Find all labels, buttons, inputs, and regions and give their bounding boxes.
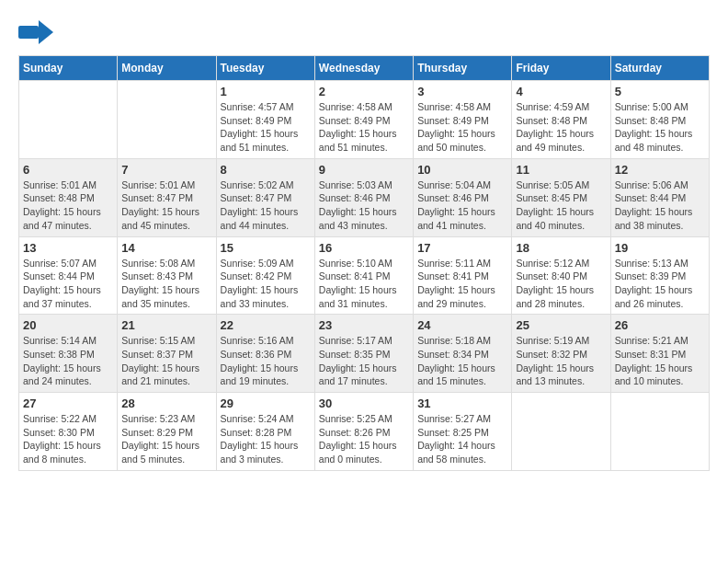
day-info: Sunrise: 5:03 AM Sunset: 8:46 PM Dayligh… [319, 178, 409, 233]
day-info: Sunrise: 5:04 AM Sunset: 8:46 PM Dayligh… [417, 178, 507, 233]
calendar-cell: 7Sunrise: 5:01 AM Sunset: 8:47 PM Daylig… [118, 158, 216, 236]
day-info: Sunrise: 5:25 AM Sunset: 8:26 PM Dayligh… [319, 412, 409, 466]
day-number: 30 [319, 396, 409, 410]
day-number: 2 [319, 85, 409, 98]
day-info: Sunrise: 5:27 AM Sunset: 8:25 PM Dayligh… [417, 412, 507, 466]
day-number: 6 [23, 163, 113, 177]
day-number: 12 [615, 163, 705, 177]
calendar-cell [512, 393, 610, 471]
calendar-cell: 23Sunrise: 5:17 AM Sunset: 8:35 PM Dayli… [314, 315, 413, 393]
calendar-week-row: 6Sunrise: 5:01 AM Sunset: 8:48 PM Daylig… [19, 158, 710, 236]
calendar-week-row: 27Sunrise: 5:22 AM Sunset: 8:30 PM Dayli… [19, 393, 710, 471]
day-number: 3 [417, 85, 507, 98]
svg-marker-1 [39, 20, 53, 44]
day-info: Sunrise: 5:14 AM Sunset: 8:38 PM Dayligh… [23, 334, 113, 388]
day-info: Sunrise: 4:59 AM Sunset: 8:48 PM Dayligh… [516, 100, 606, 155]
day-number: 8 [221, 163, 311, 177]
day-number: 22 [221, 318, 311, 332]
day-number: 27 [23, 396, 113, 410]
day-info: Sunrise: 5:23 AM Sunset: 8:29 PM Dayligh… [121, 412, 211, 466]
calendar-cell: 18Sunrise: 5:12 AM Sunset: 8:40 PM Dayli… [512, 236, 610, 315]
calendar-cell: 13Sunrise: 5:07 AM Sunset: 8:44 PM Dayli… [19, 236, 118, 315]
calendar-cell: 5Sunrise: 5:00 AM Sunset: 8:48 PM Daylig… [610, 81, 709, 159]
calendar-cell: 21Sunrise: 5:15 AM Sunset: 8:37 PM Dayli… [118, 315, 216, 393]
day-number: 5 [615, 85, 705, 98]
day-number: 17 [417, 241, 507, 255]
day-number: 11 [516, 163, 606, 177]
day-info: Sunrise: 5:24 AM Sunset: 8:28 PM Dayligh… [221, 412, 311, 466]
day-info: Sunrise: 5:11 AM Sunset: 8:41 PM Dayligh… [417, 257, 507, 311]
calendar-cell: 20Sunrise: 5:14 AM Sunset: 8:38 PM Dayli… [19, 315, 118, 393]
day-number: 24 [417, 318, 507, 332]
calendar-cell [610, 393, 709, 471]
day-info: Sunrise: 5:12 AM Sunset: 8:40 PM Dayligh… [516, 257, 606, 311]
day-number: 26 [615, 318, 705, 332]
day-number: 28 [121, 396, 211, 410]
calendar-cell: 10Sunrise: 5:04 AM Sunset: 8:46 PM Dayli… [414, 158, 512, 236]
weekday-header: Sunday [19, 56, 118, 81]
weekday-header: Thursday [414, 56, 512, 81]
day-number: 25 [516, 318, 606, 332]
day-info: Sunrise: 5:10 AM Sunset: 8:41 PM Dayligh… [319, 257, 409, 311]
day-number: 29 [221, 396, 311, 410]
day-number: 31 [417, 396, 507, 410]
calendar-cell: 26Sunrise: 5:21 AM Sunset: 8:31 PM Dayli… [610, 315, 709, 393]
calendar-cell: 11Sunrise: 5:05 AM Sunset: 8:45 PM Dayli… [512, 158, 610, 236]
weekday-header: Saturday [610, 56, 709, 81]
calendar-cell: 24Sunrise: 5:18 AM Sunset: 8:34 PM Dayli… [414, 315, 512, 393]
logo [18, 18, 57, 46]
calendar-cell: 19Sunrise: 5:13 AM Sunset: 8:39 PM Dayli… [610, 236, 709, 315]
calendar-cell: 2Sunrise: 4:58 AM Sunset: 8:49 PM Daylig… [314, 81, 413, 159]
calendar-cell [118, 81, 216, 159]
day-number: 4 [516, 85, 606, 98]
day-info: Sunrise: 5:00 AM Sunset: 8:48 PM Dayligh… [615, 100, 705, 155]
calendar-cell: 14Sunrise: 5:08 AM Sunset: 8:43 PM Dayli… [118, 236, 216, 315]
day-number: 14 [121, 241, 211, 255]
calendar-week-row: 20Sunrise: 5:14 AM Sunset: 8:38 PM Dayli… [19, 315, 710, 393]
day-info: Sunrise: 4:57 AM Sunset: 8:49 PM Dayligh… [221, 100, 311, 155]
day-info: Sunrise: 5:01 AM Sunset: 8:47 PM Dayligh… [121, 178, 211, 233]
day-number: 13 [23, 241, 113, 255]
calendar-cell: 17Sunrise: 5:11 AM Sunset: 8:41 PM Dayli… [414, 236, 512, 315]
calendar-week-row: 1Sunrise: 4:57 AM Sunset: 8:49 PM Daylig… [19, 81, 710, 159]
day-info: Sunrise: 5:21 AM Sunset: 8:31 PM Dayligh… [615, 334, 705, 388]
calendar-cell: 9Sunrise: 5:03 AM Sunset: 8:46 PM Daylig… [314, 158, 413, 236]
calendar-cell: 8Sunrise: 5:02 AM Sunset: 8:47 PM Daylig… [216, 158, 314, 236]
calendar-cell: 28Sunrise: 5:23 AM Sunset: 8:29 PM Dayli… [118, 393, 216, 471]
calendar-cell: 27Sunrise: 5:22 AM Sunset: 8:30 PM Dayli… [19, 393, 118, 471]
calendar-cell: 12Sunrise: 5:06 AM Sunset: 8:44 PM Dayli… [610, 158, 709, 236]
day-info: Sunrise: 5:22 AM Sunset: 8:30 PM Dayligh… [23, 412, 113, 466]
page-header [18, 18, 710, 46]
weekday-header: Monday [118, 56, 216, 81]
day-number: 20 [23, 318, 113, 332]
day-info: Sunrise: 5:15 AM Sunset: 8:37 PM Dayligh… [121, 334, 211, 388]
weekday-header: Wednesday [314, 56, 413, 81]
day-number: 15 [221, 241, 311, 255]
day-info: Sunrise: 5:13 AM Sunset: 8:39 PM Dayligh… [615, 257, 705, 311]
day-info: Sunrise: 5:09 AM Sunset: 8:42 PM Dayligh… [221, 257, 311, 311]
day-info: Sunrise: 5:19 AM Sunset: 8:32 PM Dayligh… [516, 334, 606, 388]
day-info: Sunrise: 5:06 AM Sunset: 8:44 PM Dayligh… [615, 178, 705, 233]
day-number: 16 [319, 241, 409, 255]
day-number: 1 [221, 85, 311, 98]
calendar-cell: 3Sunrise: 4:58 AM Sunset: 8:49 PM Daylig… [414, 81, 512, 159]
calendar-week-row: 13Sunrise: 5:07 AM Sunset: 8:44 PM Dayli… [19, 236, 710, 315]
calendar-cell: 6Sunrise: 5:01 AM Sunset: 8:48 PM Daylig… [19, 158, 118, 236]
logo-icon [18, 18, 53, 46]
day-info: Sunrise: 5:18 AM Sunset: 8:34 PM Dayligh… [417, 334, 507, 388]
calendar-cell: 31Sunrise: 5:27 AM Sunset: 8:25 PM Dayli… [414, 393, 512, 471]
day-number: 19 [615, 241, 705, 255]
svg-rect-0 [18, 26, 39, 39]
calendar-cell [19, 81, 118, 159]
day-number: 9 [319, 163, 409, 177]
calendar-cell: 29Sunrise: 5:24 AM Sunset: 8:28 PM Dayli… [216, 393, 314, 471]
day-info: Sunrise: 5:16 AM Sunset: 8:36 PM Dayligh… [221, 334, 311, 388]
day-info: Sunrise: 4:58 AM Sunset: 8:49 PM Dayligh… [319, 100, 409, 155]
weekday-header: Friday [512, 56, 610, 81]
calendar-cell: 22Sunrise: 5:16 AM Sunset: 8:36 PM Dayli… [216, 315, 314, 393]
calendar-header-row: SundayMondayTuesdayWednesdayThursdayFrid… [19, 56, 710, 81]
calendar-cell: 15Sunrise: 5:09 AM Sunset: 8:42 PM Dayli… [216, 236, 314, 315]
day-info: Sunrise: 5:05 AM Sunset: 8:45 PM Dayligh… [516, 178, 606, 233]
calendar-cell: 16Sunrise: 5:10 AM Sunset: 8:41 PM Dayli… [314, 236, 413, 315]
day-info: Sunrise: 4:58 AM Sunset: 8:49 PM Dayligh… [417, 100, 507, 155]
